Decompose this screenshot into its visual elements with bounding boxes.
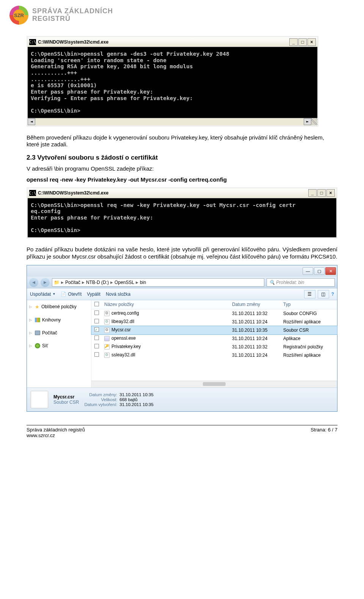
file-icon <box>104 336 110 341</box>
explorer-address-bar: ◄ ► 📁 ▶ Počítač▶ NTB-D (D:)▶ OpenSSL▶ bi… <box>27 277 337 288</box>
explorer-toolbar: Uspořádat ▼ 📄 Otevřít Vypálit Nová složk… <box>27 288 337 300</box>
close-button[interactable]: ✕ <box>325 267 336 275</box>
label-modified: Datum změny: <box>84 392 117 397</box>
chevron-down-icon: ▼ <box>52 292 55 296</box>
maximize-button[interactable]: □ <box>317 189 326 197</box>
organize-menu[interactable]: Uspořádat ▼ <box>30 292 55 297</box>
paragraph-req-result: Po zadání příkazu budete dotázáni na vaš… <box>27 246 337 260</box>
maximize-button[interactable]: ▢ <box>314 267 325 275</box>
search-input[interactable]: 🔍 Prohledat: bin <box>267 278 335 287</box>
cmd-title: C:\WINDOWS\system32\cmd.exe <box>38 39 289 45</box>
paragraph-genrsa-result: Během provedení příkazu dojde k vygenero… <box>27 134 337 149</box>
tree-favorites[interactable]: ▷★Oblíbené položky <box>28 303 89 311</box>
star-icon: ★ <box>35 304 39 310</box>
file-icon <box>104 353 110 358</box>
logo-icon: SZR <box>9 6 28 25</box>
cmd-window-genrsa: C:\ C:\WINDOWS\system32\cmd.exe _ □ × C:… <box>27 36 318 127</box>
maximize-button[interactable]: □ <box>298 38 307 46</box>
cmd-icon: C:\ <box>29 39 36 45</box>
nav-back-icon[interactable]: ◄ <box>29 278 38 287</box>
scroll-left-icon[interactable]: ◄ <box>28 118 35 125</box>
cmd-titlebar: C:\ C:\WINDOWS\system32\cmd.exe _ □ × <box>28 188 336 198</box>
value-created: 31.10.2011 10:35 <box>119 402 154 407</box>
explorer-tree: ▷★Oblíbené položky ▷Knihovny ▷Počítač ▷S… <box>27 300 91 387</box>
label-created: Datum vytvoření: <box>84 402 117 407</box>
col-name[interactable]: Název položky <box>101 302 229 307</box>
search-placeholder: Prohledat: bin <box>276 280 304 285</box>
list-view-icon: ☰ <box>308 292 312 297</box>
view-mode-button[interactable]: ☰ <box>304 290 315 298</box>
cmd-icon: C:\ <box>29 190 36 196</box>
select-all-checkbox[interactable] <box>94 302 99 306</box>
footer-org: Správa základních registrů <box>27 427 85 433</box>
cmd-window-req: C:\ C:\WINDOWS\system32\cmd.exe _ □ × C:… <box>27 187 337 238</box>
open-button[interactable]: 📄 Otevřít <box>61 292 82 297</box>
row-checkbox[interactable] <box>94 319 99 323</box>
file-preview-icon <box>31 391 48 408</box>
status-file-kind: Soubor CSR <box>53 400 79 405</box>
col-type[interactable]: Typ <box>280 302 337 307</box>
file-icon <box>104 311 110 316</box>
col-date[interactable]: Datum změny <box>229 302 280 307</box>
file-row[interactable]: Privatekey.key31.10.2011 10:32Registračn… <box>91 343 337 351</box>
row-checkbox[interactable] <box>94 327 99 332</box>
tree-network[interactable]: ▷Síť <box>28 342 89 350</box>
file-row[interactable]: Mycsr.csr31.10.2011 10:35Soubor CSR <box>91 326 337 334</box>
crumb[interactable]: Počítač <box>65 280 80 285</box>
file-row[interactable]: openssl.exe31.10.2011 10:24Aplikace <box>91 334 337 343</box>
crumb[interactable]: bin <box>140 280 146 285</box>
preview-icon: ◫ <box>321 292 325 297</box>
tree-libraries[interactable]: ▷Knihovny <box>28 316 89 324</box>
libraries-icon <box>35 318 40 322</box>
minimize-button[interactable]: _ <box>308 189 317 197</box>
section-heading-23: 2.3 Vytvoření souboru s žádostí o certif… <box>27 154 337 162</box>
cmd-scrollbar[interactable]: ◄ ► <box>28 118 317 125</box>
close-button[interactable]: × <box>308 38 316 46</box>
file-row[interactable]: libeay32.dll31.10.2011 10:24Rozšíření ap… <box>91 318 337 326</box>
page-footer: Správa základních registrů www.szrcr.cz … <box>27 425 337 438</box>
minimize-button[interactable]: — <box>303 267 313 275</box>
horizontal-scrollbar[interactable] <box>91 381 337 387</box>
file-row[interactable]: ssleay32.dll31.10.2011 10:24Rozšíření ap… <box>91 351 337 359</box>
file-list-header: Název položky Datum změny Typ <box>91 300 337 309</box>
file-icon <box>104 319 110 325</box>
cmd-title: C:\WINDOWS\system32\cmd.exe <box>38 190 308 196</box>
paragraph-req-intro: V adresáři \bin programu OpenSSL zadejte… <box>27 165 337 172</box>
explorer-window-controls: — ▢ ✕ <box>27 265 337 277</box>
org-logo-header: SZR SPRÁVA ZÁKLADNÍCH REGISTRŮ <box>9 6 337 25</box>
file-icon <box>104 344 110 350</box>
label-size: Velikost: <box>84 397 117 402</box>
resize-grip-icon[interactable] <box>311 118 317 125</box>
cmd-output: C:\OpenSSL\bin>openssl req -new -key Pri… <box>28 198 336 237</box>
cmd-titlebar: C:\ C:\WINDOWS\system32\cmd.exe _ □ × <box>28 37 317 47</box>
file-icon <box>104 328 110 333</box>
crumb[interactable]: NTB-D (D:) <box>86 280 109 285</box>
command-text-req: openssl req -new -key Privatekey.key -ou… <box>27 176 337 183</box>
crumb[interactable]: OpenSSL <box>115 280 134 285</box>
file-row[interactable]: certreq.config31.10.2011 10:32Soubor CON… <box>91 309 337 318</box>
breadcrumb[interactable]: 📁 ▶ Počítač▶ NTB-D (D:)▶ OpenSSL▶ bin <box>52 278 264 287</box>
file-list: Název položky Datum změny Typ certreq.co… <box>91 300 337 387</box>
search-icon: 🔍 <box>269 280 275 285</box>
explorer-window: — ▢ ✕ ◄ ► 📁 ▶ Počítač▶ NTB-D (D:)▶ OpenS… <box>27 265 337 412</box>
explorer-status-bar: Mycsr.csr Soubor CSR Datum změny: 31.10.… <box>27 387 337 411</box>
new-folder-button[interactable]: Nová složka <box>106 292 130 297</box>
preview-pane-button[interactable]: ◫ <box>318 290 329 298</box>
footer-url: www.szrcr.cz <box>27 433 85 438</box>
logo-title: SPRÁVA ZÁKLADNÍCH REGISTRŮ <box>32 8 113 23</box>
minimize-button[interactable]: _ <box>289 38 298 46</box>
close-button[interactable]: × <box>326 189 335 197</box>
cmd-output: C:\OpenSSL\bin>openssl genrsa -des3 -out… <box>28 47 317 118</box>
burn-button[interactable]: Vypálit <box>87 292 100 297</box>
tree-computer[interactable]: ▷Počítač <box>28 329 89 337</box>
row-checkbox[interactable] <box>94 352 99 357</box>
folder-icon: 📁 <box>54 280 60 285</box>
row-checkbox[interactable] <box>94 336 99 340</box>
help-icon[interactable]: ? <box>331 292 334 297</box>
document-icon: 📄 <box>61 292 66 297</box>
nav-forward-icon[interactable]: ► <box>41 278 50 287</box>
row-checkbox[interactable] <box>94 310 99 315</box>
scroll-right-icon[interactable]: ► <box>304 118 311 125</box>
logo-title-line2: REGISTRŮ <box>32 15 113 23</box>
row-checkbox[interactable] <box>94 344 99 348</box>
